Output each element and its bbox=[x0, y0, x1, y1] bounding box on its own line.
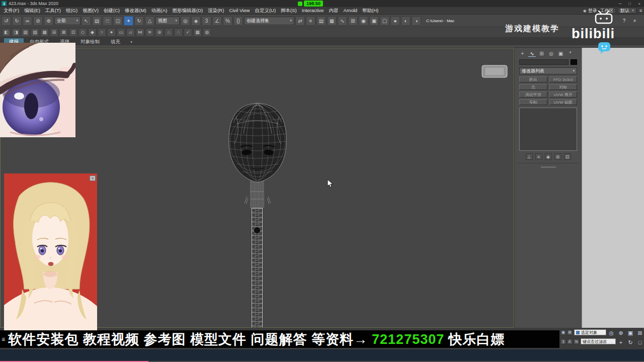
ribbon-tab-3[interactable]: 对象绘制 bbox=[75, 38, 105, 45]
make-unique-icon[interactable]: ◈ bbox=[545, 153, 552, 160]
material-editor-icon[interactable]: ◉ bbox=[359, 16, 368, 26]
percent-snap-icon[interactable]: % bbox=[223, 16, 232, 26]
menu-overflow-icon[interactable]: ≡ bbox=[639, 8, 642, 13]
menu-item-13[interactable]: Interactive bbox=[299, 8, 327, 14]
window-crossing-icon[interactable]: ◫ bbox=[113, 16, 123, 26]
modifier-button-2[interactable]: 壳 bbox=[519, 84, 547, 90]
close-icon[interactable]: × bbox=[90, 175, 96, 181]
modifier-button-0[interactable]: 挤出 bbox=[519, 76, 547, 82]
menu-item-4[interactable]: 视图(V) bbox=[80, 8, 101, 14]
secondary-tool-icon-12[interactable]: ▭ bbox=[117, 28, 125, 37]
undo-icon[interactable]: ↺ bbox=[2, 16, 11, 26]
rollout-scroll-handle[interactable] bbox=[541, 166, 556, 168]
render-quick-icon[interactable]: ◑ bbox=[412, 16, 421, 26]
menu-item-1[interactable]: 编辑(E) bbox=[22, 8, 43, 14]
object-name-field[interactable] bbox=[519, 59, 569, 65]
secondary-tool-icon-8[interactable]: ◇ bbox=[78, 28, 87, 37]
hierarchy-tab-icon[interactable]: ⊞ bbox=[538, 50, 545, 57]
rectangular-selection-region-icon[interactable]: □ bbox=[103, 16, 112, 26]
rotate-tool-icon[interactable]: ↻ bbox=[134, 16, 144, 26]
layer-manager-icon[interactable]: ▤ bbox=[316, 16, 326, 26]
zoom-extents-icon[interactable]: ▣ bbox=[626, 328, 635, 337]
configure-modifier-sets-icon[interactable]: ⊡ bbox=[564, 153, 571, 160]
help-circle-icon[interactable]: ? bbox=[619, 16, 629, 26]
remove-modifier-icon[interactable]: ⊘ bbox=[554, 153, 561, 160]
orbit-icon[interactable]: ↻ bbox=[626, 338, 635, 347]
utilities-tab-icon[interactable]: * bbox=[567, 50, 574, 57]
zoom-all-icon[interactable]: ⊕ bbox=[616, 328, 625, 337]
zoom-extents-all-icon[interactable]: ⊞ bbox=[635, 328, 644, 337]
angle-mini-icon[interactable]: ∠ bbox=[567, 339, 573, 344]
display-tab-icon[interactable]: ▣ bbox=[557, 50, 565, 57]
align-icon[interactable]: ≡ bbox=[306, 16, 315, 26]
selected-object-dropdown[interactable]: 选定对象 bbox=[574, 329, 606, 335]
menu-item-2[interactable]: 工具(T) bbox=[43, 8, 63, 14]
menu-item-6[interactable]: 修改器(M) bbox=[122, 8, 149, 14]
secondary-tool-icon-15[interactable]: ≋ bbox=[145, 28, 154, 37]
named-selection-sets-icon[interactable]: {} bbox=[233, 16, 243, 26]
secondary-tool-icon-14[interactable]: ⋈ bbox=[136, 28, 144, 37]
ribbon-collapse-icon[interactable]: ▾ bbox=[130, 40, 132, 45]
secondary-tool-icon-4[interactable]: ▩ bbox=[40, 28, 49, 37]
show-end-result-icon[interactable]: ≡ bbox=[535, 153, 542, 160]
secondary-tool-icon-21[interactable]: ◍ bbox=[203, 28, 211, 37]
secondary-tool-icon-2[interactable]: ▧ bbox=[21, 28, 30, 37]
schematic-view-icon[interactable]: ⊞ bbox=[348, 16, 358, 26]
menu-item-14[interactable]: 内容 bbox=[327, 8, 341, 14]
minimize-button[interactable]: ─ bbox=[615, 2, 625, 6]
pan-icon[interactable]: + bbox=[616, 338, 625, 347]
secondary-tool-icon-9[interactable]: ◆ bbox=[88, 28, 97, 37]
scale-tool-icon[interactable]: △ bbox=[145, 16, 154, 26]
modifier-button-1[interactable]: FFD 3x3x3 bbox=[549, 76, 578, 82]
select-object-icon[interactable]: ↖ bbox=[82, 16, 91, 26]
modifier-stack[interactable] bbox=[519, 108, 577, 151]
select-and-manipulate-icon[interactable]: ◈ bbox=[191, 16, 201, 26]
menu-item-12[interactable]: 脚本(S) bbox=[278, 8, 299, 14]
selection-filter-dropdown[interactable]: 全部 ▾ bbox=[54, 17, 80, 25]
named-selection-set-dropdown[interactable]: 创建选择集 ▾ bbox=[244, 17, 294, 25]
render-setup-icon[interactable]: ▣ bbox=[369, 16, 379, 26]
maximize-viewport-toggle-icon[interactable]: □ bbox=[635, 338, 644, 347]
menu-item-9[interactable]: 渲染(R) bbox=[205, 8, 226, 14]
bind-to-spacewarp-icon[interactable]: ⊕ bbox=[44, 16, 53, 26]
secondary-tool-icon-11[interactable]: ● bbox=[107, 28, 116, 37]
ribbon-toggle-icon[interactable]: ▦ bbox=[327, 16, 337, 26]
menu-item-11[interactable]: 自定义(U) bbox=[252, 8, 278, 14]
mirror-icon[interactable]: ⇄ bbox=[295, 16, 305, 26]
menu-item-7[interactable]: 动画(A) bbox=[149, 8, 170, 14]
field-of-view-icon[interactable]: ◔ bbox=[607, 338, 616, 347]
ribbon-tab-4[interactable]: 填充 bbox=[106, 38, 125, 45]
select-and-link-icon[interactable]: ∞ bbox=[23, 16, 32, 26]
motion-tab-icon[interactable]: ◎ bbox=[547, 50, 555, 57]
secondary-tool-icon-3[interactable]: ▨ bbox=[31, 28, 39, 37]
pin-stack-icon[interactable]: ⊥ bbox=[526, 153, 533, 160]
isolate-selection-icon[interactable]: ◉ bbox=[560, 330, 566, 335]
zoom-icon[interactable]: ◎ bbox=[607, 328, 616, 337]
secondary-tool-icon-10[interactable]: ○ bbox=[98, 28, 106, 37]
menu-item-5[interactable]: 创建(C) bbox=[101, 8, 122, 14]
object-color-swatch[interactable] bbox=[571, 59, 577, 65]
modifier-button-6[interactable]: 车削 bbox=[519, 99, 547, 105]
menu-item-10[interactable]: Civil View bbox=[226, 8, 252, 14]
menu-item-16[interactable]: 帮助(H) bbox=[360, 8, 381, 14]
create-tab-icon[interactable]: + bbox=[519, 50, 526, 57]
modify-tab-icon[interactable]: ∿ bbox=[528, 50, 536, 57]
secondary-tool-icon-18[interactable]: ∴ bbox=[174, 28, 183, 37]
modifier-button-5[interactable]: UVW 展开 bbox=[549, 92, 578, 98]
modifier-button-4[interactable]: 涡轮平滑 bbox=[519, 92, 547, 98]
modifier-button-3[interactable]: 对称 bbox=[549, 84, 578, 90]
secondary-tool-icon-1[interactable]: ◨ bbox=[12, 28, 20, 37]
snap-mini-icon[interactable]: 3 bbox=[560, 339, 566, 344]
menu-item-8[interactable]: 图形编辑器(D) bbox=[170, 8, 205, 14]
secondary-tool-icon-5[interactable]: ⊟ bbox=[50, 28, 58, 37]
render-production-icon[interactable]: ● bbox=[390, 16, 400, 26]
secondary-tool-icon-16[interactable]: ⊚ bbox=[155, 28, 164, 37]
reference-coordinate-dropdown[interactable]: 视图 ▾ bbox=[155, 17, 180, 25]
menu-item-15[interactable]: Arnold bbox=[341, 8, 360, 14]
curve-editor-icon[interactable]: ∿ bbox=[338, 16, 347, 26]
secondary-tool-icon-0[interactable]: ◧ bbox=[2, 28, 11, 37]
close-button[interactable]: × bbox=[634, 2, 644, 6]
move-tool-icon[interactable]: + bbox=[124, 16, 133, 26]
angle-snap-icon[interactable]: ∠ bbox=[212, 16, 222, 26]
percent-mini-icon[interactable]: % bbox=[574, 339, 579, 344]
